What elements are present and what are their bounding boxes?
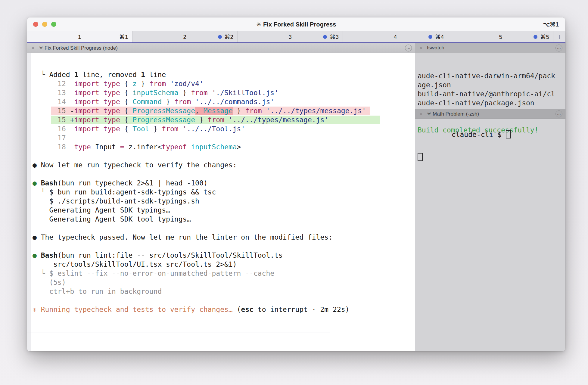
pane-main-header[interactable]: × ✳ Fix Forked Skill Progress (node) ⋯ [27,43,415,53]
code-segment: { [124,98,133,106]
tab-shortcut-label: ⌘5 [540,33,549,40]
window-title-icon: ✳ [256,21,261,28]
code-segment: esc [241,306,254,313]
close-pane-icon[interactable]: × [419,45,423,51]
code-segment: to interrupt · 2m 22s) [254,306,350,313]
tab-shortcut-label: ⌘2 [225,33,234,40]
code-segment: Running typecheck and tests to verify ch… [41,306,237,313]
pane-fswatch-title: fswatch [427,45,444,51]
tab-2[interactable]: 2⌘2 [132,31,238,42]
pane-math-header[interactable]: × ✳ Math Problem (-zsh) ⋯ [415,109,565,119]
window-title-text: Fix Forked Skill Progress [263,21,336,28]
window-title: ✳ Fix Forked Skill Progress [256,21,336,28]
terminal-line: ● Bash(bun run lint:file -- src/tools/Sk… [33,251,415,260]
shell-prompt: claude-cli $ [452,131,506,138]
code-segment: ● [33,161,41,169]
terminal-line: 14 import type { Command } from '../../c… [33,97,415,106]
code-segment: 14 [33,98,74,106]
activity-dot-icon [428,35,432,39]
code-segment: import type [74,80,124,88]
tab-1[interactable]: 1⌘1 [27,31,132,42]
code-segment: 12 [33,80,74,88]
code-segment: ( [237,306,241,313]
tab-shortcut-label: ⌘3 [330,33,339,40]
terminal-line: Generating Agent SDK typings… [33,206,415,215]
close-pane-icon[interactable]: × [31,45,35,51]
tab-number: 1 [78,34,81,40]
code-segment: 'zod/v4' [170,80,204,88]
code-segment: from [162,125,182,133]
code-segment: from [191,89,212,97]
tab-3[interactable]: 3⌘3 [238,31,343,42]
code-segment: type [74,143,95,151]
code-segment: $ eslint --fix --no-error-on-unmatched-p… [49,269,274,277]
code-segment: line, removed [78,71,141,79]
terminal-line: (5s) [33,278,415,287]
code-segment: ✳ [33,306,41,313]
tab-shortcut: ⌘2 [218,33,234,40]
terminal-output[interactable]: └ Added 1 line, removed 1 line 12 import… [27,53,415,351]
code-segment: './SkillTool.js' [212,89,278,97]
code-segment: 17 [33,134,66,142]
titlebar[interactable]: ✳ Fix Forked Skill Progress ⌥⌘1 [27,17,565,31]
code-segment: import type [74,116,124,124]
prompt-row[interactable]: ❯ [33,349,415,351]
code-segment: line [145,71,166,79]
inactive-cursor [418,153,423,161]
code-segment: '../../Tool.js' [183,125,245,133]
code-segment: } [179,89,191,97]
terminal-line [33,169,415,179]
terminal-line: ctrl+b to run in background [33,287,415,296]
code-segment: Generating Agent SDK typings… [33,206,170,214]
code-segment: z.infer< [129,143,162,151]
code-segment: (bun run typecheck 2>&1 | head -100) [58,179,208,187]
terminal-line: 13 import type { inputSchema } from './S… [33,88,415,97]
code-segment: (5s) [33,278,66,286]
tab-number: 4 [394,34,397,40]
zoom-window-button[interactable] [51,22,56,27]
code-segment: inputSchema [191,143,237,151]
code-segment: └ [33,188,49,196]
activity-dot-icon [323,35,327,39]
pane-menu-button[interactable]: ⋯ [555,110,562,117]
code-segment: from [208,116,229,124]
code-segment: } [195,116,208,124]
code-segment: typeof [162,143,191,151]
code-segment: ProgressMessage [132,116,195,124]
tab-shortcut-label: ⌘4 [435,33,444,40]
math-shell-output[interactable]: claude-cli $ [415,119,565,151]
code-segment: inputSchema [132,89,178,97]
fswatch-lines: aude-cli-native-darwin-arm64/package.jso… [418,71,563,107]
terminal-line: 12 import type { z } from 'zod/v4' [33,79,415,88]
code-segment: └ [33,269,49,277]
code-segment: 1 [74,71,78,79]
code-segment: from [174,98,195,106]
tab-number: 5 [499,34,502,40]
code-segment: ● [33,233,41,241]
code-segment: $ ./scripts/build-ant-sdk-typings.sh [33,197,199,205]
pane-menu-button[interactable]: ⋯ [405,45,412,51]
terminal-line: └ Added 1 line, removed 1 line [33,70,415,79]
code-segment: 15 [33,107,70,115]
code-segment: + [70,116,74,124]
terminal-line [33,151,415,160]
minimize-window-button[interactable] [42,22,47,27]
close-pane-icon[interactable]: × [419,111,423,117]
tab-4[interactable]: 4⌘4 [343,31,448,42]
pane-fswatch-header[interactable]: × fswatch ⋯ [415,43,565,53]
code-segment: = [120,143,129,151]
code-segment: 13 [33,89,74,97]
code-segment: import type [74,107,124,115]
code-segment: { [124,80,133,88]
close-window-button[interactable] [33,22,38,27]
window-controls [33,17,56,31]
pane-menu-button[interactable]: ⋯ [555,45,562,51]
terminal-line: └ $ bun run build:agent-sdk-typings && t… [33,188,415,197]
fswatch-output[interactable]: aude-cli-native-darwin-arm64/package.jso… [415,53,565,109]
tab-5[interactable]: 5⌘5 [448,31,553,42]
code-segment: Now let me run typecheck to verify the c… [41,161,237,169]
code-segment: } [233,107,245,115]
code-segment: > [237,143,241,151]
new-tab-button[interactable]: + [553,31,565,42]
fswatch-line: age.json [418,80,563,89]
